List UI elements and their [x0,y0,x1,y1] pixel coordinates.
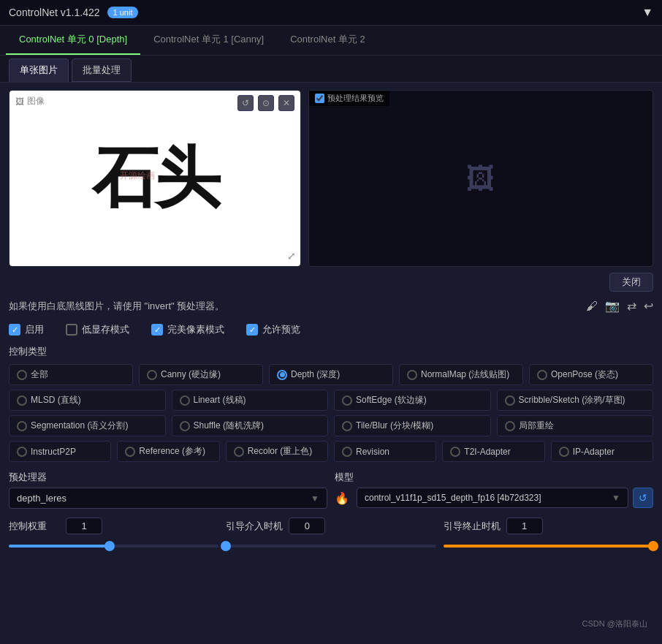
slider-start-label: 引导介入时机 [226,520,283,533]
rotate-button[interactable]: ↺ [237,95,254,111]
sliders-section: 控制权重 1 引导介入时机 0 [9,518,653,553]
radio-tile[interactable]: Tile/Blur (分块/模糊) [334,415,491,436]
preview-checkbox[interactable] [315,94,324,103]
slider-start-group: 引导介入时机 0 [226,518,435,553]
preprocessor-label: 预处理器 [9,471,327,484]
checkbox-allow-preview-box: ✓ [246,324,258,336]
radio-segmentation[interactable]: Segmentation (语义分割) [9,415,166,436]
radio-lineart-circle [180,395,190,406]
radio-inpaint[interactable]: 局部重绘 [497,415,654,436]
camera-icon-button[interactable]: 📷 [605,299,620,313]
image-area: 🖼 图像 ↺ ⊙ ✕ 石头 开源绘画 ⤢ 预处理结果预览 [9,90,653,267]
radio-depth-label: Depth (深度) [291,368,340,381]
radio-softedge[interactable]: SoftEdge (软边缘) [334,390,491,411]
expand-icon[interactable]: ⤢ [287,250,296,262]
slider-weight-thumb[interactable] [104,541,115,551]
tab-controlnet-2[interactable]: ControlNet 单元 2 [277,26,378,55]
swap-icon-button[interactable]: ⇄ [627,299,636,313]
radio-revision-label: Revision [356,447,389,457]
slider-weight-value[interactable]: 1 [66,518,102,534]
radio-t2i-label: T2I-Adapter [464,447,510,457]
close-button[interactable]: 关闭 [609,273,653,292]
unit-badge: 1 unit [107,7,139,18]
tabs-bar: ControlNet 单元 0 [Depth] ControlNet 单元 1 … [0,26,662,56]
radio-all-circle [17,370,27,380]
slider-end-thumb[interactable] [648,541,658,551]
preprocessor-arrow-icon: ▼ [311,493,319,504]
checkbox-lowmem[interactable]: 低显存模式 [66,323,129,336]
preview-label: 预处理结果预览 [309,91,389,106]
radio-t2i-circle [450,447,460,457]
slider-weight-track-container[interactable] [9,539,218,553]
radio-mlsd-label: MLSD (直线) [31,394,81,406]
radio-normalmap-label: NormalMap (法线贴图) [421,368,509,381]
checkbox-perfect-pixel[interactable]: ✓ 完美像素模式 [151,323,224,336]
checkbox-enable-box: ✓ [9,324,20,336]
radio-tile-label: Tile/Blur (分块/模糊) [356,420,433,432]
slider-end-value[interactable]: 1 [506,518,543,534]
chevron-down-icon[interactable]: ▼ [642,6,653,19]
radio-depth[interactable]: Depth (深度) [269,364,393,385]
radio-normalmap-circle [407,370,417,380]
radio-softedge-circle [342,395,352,406]
model-col: 模型 🔥 control_v11f1p_sd15_depth_fp16 [4b7… [335,471,653,509]
radio-row-4: InstructP2P Reference (参考) Recolor (重上色)… [9,441,653,462]
radio-openpose-label: OpenPose (姿态) [551,368,618,381]
slider-start-value[interactable]: 0 [289,518,325,534]
checkbox-enable[interactable]: ✓ 启用 [9,323,44,336]
radio-mlsd-circle [17,395,27,406]
sub-tab-batch[interactable]: 批量处理 [72,58,132,82]
preprocessor-dropdown[interactable]: depth_leres ▼ [9,488,327,509]
radio-row-3: Segmentation (语义分割) Shuffle (随机洗牌) Tile/… [9,415,653,436]
slider-start-thumb[interactable] [221,541,231,551]
tab-controlnet-0[interactable]: ControlNet 单元 0 [Depth] [6,26,140,55]
radio-scribble-circle [505,395,515,406]
radio-revision[interactable]: Revision [334,441,436,462]
radio-ip-adapter[interactable]: IP-Adapter [551,441,653,462]
radio-scribble-label: Scribble/Sketch (涂鸦/草图) [519,394,625,406]
radio-row-2: MLSD (直线) Lineart (线稿) SoftEdge (软边缘) Sc… [9,390,653,411]
radio-grid: 全部 Canny (硬边缘) Depth (深度) NormalMap (法线贴… [9,364,653,462]
preview-button[interactable]: ⊙ [258,95,274,111]
radio-instructp2p[interactable]: InstructP2P [9,441,111,462]
model-field: 🔥 control_v11f1p_sd15_depth_fp16 [4b72d3… [335,488,653,508]
checkbox-allow-preview[interactable]: ✓ 允许预览 [246,323,300,336]
radio-reference[interactable]: Reference (参考) [117,441,219,462]
radio-openpose-circle [537,370,547,380]
radio-ip-adapter-label: IP-Adapter [573,447,615,457]
radio-recolor-circle [234,447,244,457]
paint-icon-button[interactable]: 🖌 [586,300,598,313]
radio-canny[interactable]: Canny (硬边缘) [139,364,263,385]
radio-shuffle[interactable]: Shuffle (随机洗牌) [172,415,329,436]
radio-scribble[interactable]: Scribble/Sketch (涂鸦/草图) [497,390,654,411]
preview-panel: 预处理结果预览 🖼 [308,90,653,267]
radio-mlsd[interactable]: MLSD (直线) [9,390,166,411]
hint-icons: 🖌 📷 ⇄ ↩ [586,299,653,313]
model-refresh-button[interactable]: ↺ [633,488,653,508]
slider-end-track-container[interactable] [444,539,653,553]
radio-instructp2p-circle [17,447,27,457]
slider-start-track-container[interactable] [226,539,435,553]
checkbox-lowmem-box [66,324,77,336]
close-image-button[interactable]: ✕ [278,95,294,111]
radio-shuffle-circle [180,421,190,431]
radio-softedge-label: SoftEdge (软边缘) [356,394,427,406]
model-dropdown[interactable]: control_v11f1p_sd15_depth_fp16 [4b72d323… [357,488,628,508]
radio-normalmap[interactable]: NormalMap (法线贴图) [399,364,523,385]
sub-tab-single[interactable]: 单张图片 [9,58,69,82]
radio-all[interactable]: 全部 [9,364,133,385]
radio-recolor[interactable]: Recolor (重上色) [226,441,328,462]
radio-t2i[interactable]: T2I-Adapter [442,441,544,462]
slider-end-fill [444,545,653,548]
undo-icon-button[interactable]: ↩ [644,299,653,313]
tab-controlnet-1[interactable]: ControlNet 单元 1 [Canny] [140,26,277,55]
image-display[interactable]: 石头 开源绘画 [9,91,300,266]
preprocessor-model-row: 预处理器 depth_leres ▼ 模型 🔥 control_v11f1p_s… [9,471,653,509]
sub-tabs-bar: 单张图片 批量处理 [0,56,662,83]
radio-canny-circle [147,370,157,380]
radio-openpose[interactable]: OpenPose (姿态) [529,364,653,385]
control-type-label: 控制类型 [9,345,653,358]
title-bar: ControlNet v1.1.422 1 unit ▼ [0,0,662,26]
radio-lineart[interactable]: Lineart (线稿) [172,390,329,411]
slider-weight-label: 控制权重 [9,520,60,533]
